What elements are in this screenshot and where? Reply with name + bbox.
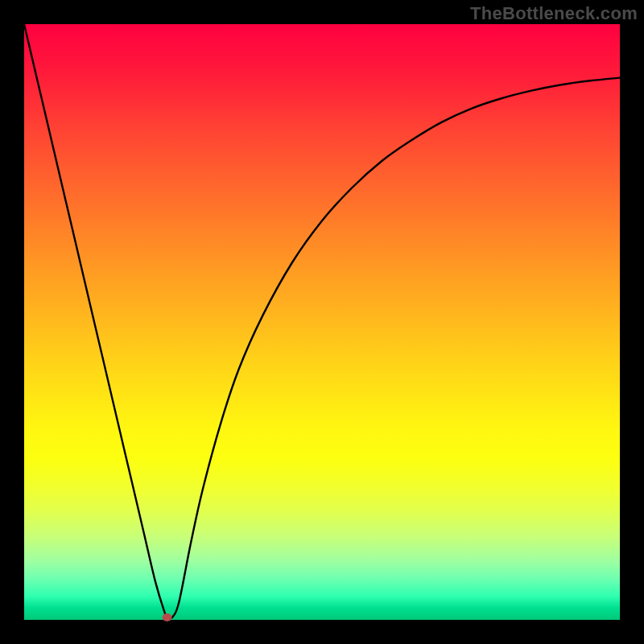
watermark-text: TheBottleneck.com bbox=[470, 3, 638, 24]
chart-frame: TheBottleneck.com bbox=[0, 0, 644, 644]
bottleneck-curve bbox=[24, 24, 620, 618]
curve-layer bbox=[24, 24, 620, 620]
minimum-marker bbox=[163, 613, 172, 621]
